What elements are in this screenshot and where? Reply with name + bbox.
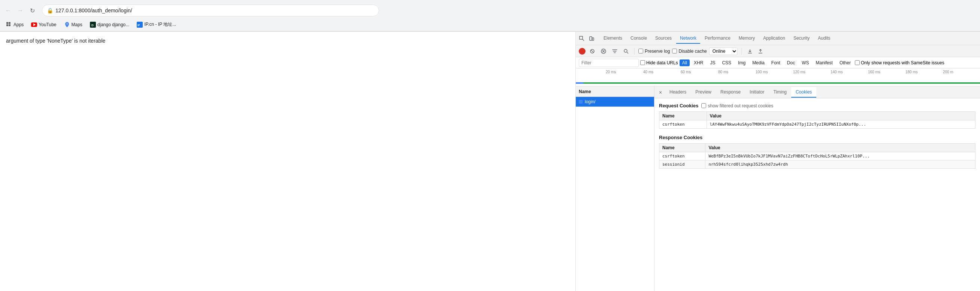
filter-media-button[interactable]: Media — [749, 60, 767, 66]
request-cookie-name-1: csrftoken — [659, 120, 707, 129]
svg-line-11 — [582, 39, 584, 41]
same-site-check[interactable]: Only show requests with SameSite issues — [855, 60, 944, 65]
filter-bar: Hide data URLs All XHR JS CSS Img Media … — [576, 57, 980, 68]
search-button[interactable] — [622, 47, 630, 56]
request-item-login[interactable]: login/ — [576, 97, 654, 107]
cookies-content: Request Cookies show filtered out reques… — [654, 98, 980, 291]
same-site-input[interactable] — [855, 60, 860, 65]
bookmark-youtube[interactable]: YouTube — [28, 20, 59, 29]
timeline-labels: 20 ms 40 ms 60 ms 80 ms 100 ms 120 ms 14… — [576, 68, 980, 70]
filter-doc-button[interactable]: Doc — [784, 60, 797, 66]
response-cookies-title: Response Cookies — [659, 134, 702, 140]
disable-cache-checkbox[interactable]: Disable cache — [672, 49, 706, 54]
device-toolbar-button[interactable] — [587, 34, 596, 43]
filter-icon-button[interactable] — [610, 47, 619, 56]
filter-ws-button[interactable]: WS — [799, 60, 811, 66]
hide-data-urls-check[interactable]: Hide data URLs — [640, 60, 678, 65]
response-cookie-value-2: nrh594sfcrd0lihqkp3525xhd7zw4rdh — [705, 160, 975, 169]
bookmark-maps[interactable]: Maps — [61, 20, 86, 29]
browser-chrome: ← → ↻ 🔒 127.0.0.1:8000/auth_demo/login/ … — [0, 0, 980, 32]
detail-panel: × Headers Preview Response Initiator Tim… — [654, 86, 980, 291]
hide-data-urls-label: Hide data URLs — [646, 60, 678, 65]
preserve-log-input[interactable] — [638, 49, 643, 54]
throttle-select[interactable]: Online Fast 3G Slow 3G Offline — [709, 47, 738, 55]
apps-grid-icon — [6, 22, 12, 28]
show-filtered-cookies-check[interactable]: show filtered out request cookies — [701, 103, 773, 109]
export-button[interactable] — [756, 47, 765, 56]
detail-tab-initiator[interactable]: Initiator — [745, 87, 769, 98]
youtube-icon — [31, 22, 37, 28]
django-icon: D — [90, 22, 96, 28]
timeline-label-140ms: 140 ms — [830, 70, 843, 74]
devtools-panel: Elements Console Sources Network Perform… — [576, 32, 980, 291]
timeline-label-20ms: 20 ms — [606, 70, 616, 74]
svg-text:IP: IP — [137, 24, 140, 27]
filter-font-button[interactable]: Font — [769, 60, 783, 66]
hide-data-urls-input[interactable] — [640, 60, 645, 65]
svg-line-15 — [591, 50, 593, 52]
disable-cache-input[interactable] — [672, 49, 677, 54]
tab-sources[interactable]: Sources — [651, 33, 675, 44]
back-button[interactable]: ← — [3, 5, 13, 16]
timeline-label-60ms: 60 ms — [681, 70, 691, 74]
tab-console[interactable]: Console — [627, 33, 651, 44]
request-cookies-name-header: Name — [659, 112, 707, 120]
forward-button[interactable]: → — [15, 5, 25, 16]
show-filtered-cookies-input[interactable] — [701, 103, 706, 108]
devtools-icon-buttons — [577, 34, 596, 43]
tab-performance[interactable]: Performance — [701, 33, 734, 44]
timeline-label-180ms: 180 ms — [905, 70, 918, 74]
detail-tab-timing[interactable]: Timing — [769, 87, 791, 98]
clear-button[interactable] — [599, 47, 608, 56]
tab-audits[interactable]: Audits — [814, 33, 834, 44]
request-cookies-section: Request Cookies show filtered out reques… — [659, 103, 975, 109]
import-button[interactable] — [746, 47, 754, 56]
detail-tab-headers[interactable]: Headers — [665, 87, 691, 98]
tab-bar: ← → ↻ 🔒 127.0.0.1:8000/auth_demo/login/ — [0, 0, 980, 18]
tab-security[interactable]: Security — [790, 33, 813, 44]
detail-tab-cookies[interactable]: Cookies — [791, 87, 816, 98]
network-toolbar: Preserve log Disable cache Online Fast 3… — [576, 45, 980, 57]
toolbar-divider-2 — [741, 48, 742, 55]
timeline-label-200ms: 200 m — [943, 70, 953, 74]
tab-memory[interactable]: Memory — [735, 33, 759, 44]
close-detail-button[interactable]: × — [656, 88, 665, 97]
stop-button[interactable] — [588, 47, 597, 56]
filter-css-button[interactable]: CSS — [719, 60, 734, 66]
detail-tabs: × Headers Preview Response Initiator Tim… — [654, 86, 980, 98]
filter-js-button[interactable]: JS — [707, 60, 718, 66]
tab-application[interactable]: Application — [759, 33, 789, 44]
filter-all-button[interactable]: All — [679, 60, 690, 66]
network-main: Name login/ × Headers Preview Response I… — [576, 86, 980, 291]
request-item-icon — [579, 100, 582, 104]
tab-elements[interactable]: Elements — [600, 33, 626, 44]
filter-other-button[interactable]: Other — [837, 60, 853, 66]
bookmark-apps[interactable]: Apps — [3, 20, 27, 29]
detail-tab-preview[interactable]: Preview — [691, 87, 716, 98]
reload-button[interactable]: ↻ — [27, 5, 37, 16]
preserve-log-label: Preserve log — [645, 49, 670, 54]
timeline-label-40ms: 40 ms — [643, 70, 653, 74]
svg-rect-10 — [579, 36, 582, 39]
filter-input[interactable] — [579, 59, 639, 67]
request-cookies-table: Name Value csrftoken lAY4WwFNkwu4uSAyoTM… — [659, 111, 975, 129]
show-filtered-label: show filtered out request cookies — [708, 103, 773, 109]
response-cookie-value-1: WeBfBPz3eI5nBkVUbIo7kJF1MVavN7aiZzFHB8CT… — [705, 152, 975, 160]
bookmark-maps-label: Maps — [72, 22, 83, 27]
preserve-log-checkbox[interactable]: Preserve log — [638, 49, 670, 54]
tab-network[interactable]: Network — [676, 33, 700, 44]
bookmark-ipcn[interactable]: IP IP.cn - IP 地址... — [134, 20, 179, 29]
filter-img-button[interactable]: Img — [735, 60, 748, 66]
record-button[interactable] — [579, 48, 585, 55]
address-text: 127.0.0.1:8000/auth_demo/login/ — [56, 8, 132, 13]
bookmark-youtube-label: YouTube — [38, 22, 56, 27]
filter-xhr-button[interactable]: XHR — [691, 60, 706, 66]
filter-manifest-button[interactable]: Manifest — [813, 60, 835, 66]
detail-tab-response[interactable]: Response — [716, 87, 745, 98]
inspect-element-button[interactable] — [577, 34, 586, 43]
bookmark-django[interactable]: D django django... — [87, 20, 132, 29]
svg-rect-1 — [9, 22, 11, 24]
disable-cache-label: Disable cache — [678, 49, 706, 54]
bookmark-apps-label: Apps — [13, 22, 24, 27]
address-bar[interactable]: 🔒 127.0.0.1:8000/auth_demo/login/ — [42, 5, 379, 16]
